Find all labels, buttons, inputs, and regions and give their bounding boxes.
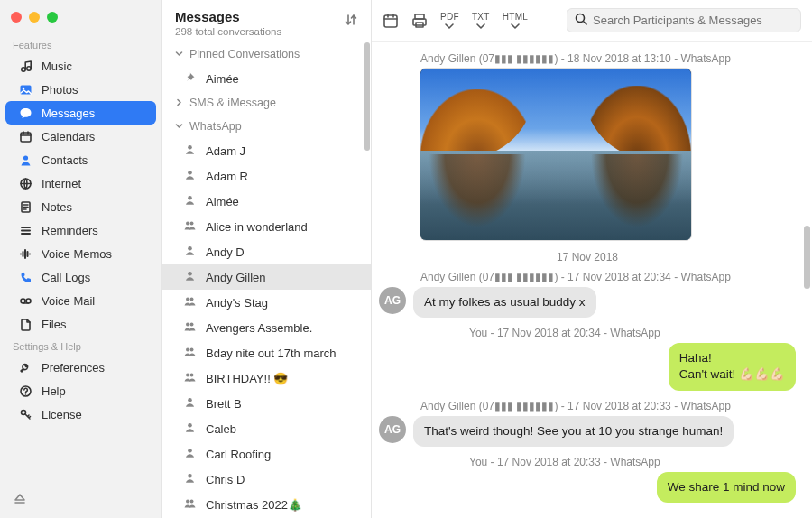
conversations-title: Messages [175, 9, 358, 24]
svg-point-32 [190, 500, 194, 504]
export-txt-button[interactable]: TXT [472, 12, 490, 30]
conversation-group-label: Pinned Conversations [189, 48, 300, 60]
svg-point-22 [190, 323, 194, 327]
message-bubble[interactable]: At my folkes as usual buddy x [413, 287, 596, 318]
sidebar-item-voice-mail[interactable]: Voice Mail [5, 289, 156, 312]
sidebar-item-preferences[interactable]: Preferences [5, 356, 156, 379]
message-bubble[interactable]: That's weird though! See you at 10 you s… [413, 416, 734, 447]
window-controls [0, 0, 161, 34]
conversation-item[interactable]: Aimée [162, 189, 371, 214]
conversations-list[interactable]: Pinned ConversationsAiméeSMS & iMessageW… [162, 42, 371, 518]
files-icon [18, 317, 32, 331]
sidebar-item-music[interactable]: Music [5, 54, 156, 78]
svg-point-16 [190, 222, 194, 226]
conversation-item[interactable]: Carl Roofing [162, 441, 371, 467]
conversation-item[interactable]: Alice in wonderland [162, 214, 371, 239]
sidebar-item-notes[interactable]: Notes [5, 195, 156, 218]
person-icon [182, 472, 197, 486]
search-input[interactable] [593, 14, 793, 27]
notes-icon [18, 199, 32, 214]
wrench-icon [18, 360, 32, 375]
date-divider: 17 Nov 2018 [379, 251, 796, 264]
sidebar-item-help[interactable]: Help [5, 379, 156, 402]
close-window-button[interactable] [11, 12, 22, 23]
search-box[interactable] [567, 8, 801, 32]
conversation-item[interactable]: Adam J [162, 138, 371, 163]
conversation-group-pinned[interactable]: Pinned Conversations [162, 42, 371, 66]
conversation-item[interactable]: Chris D [162, 467, 371, 492]
conversation-item[interactable]: Adam R [162, 163, 371, 189]
message-bubble[interactable]: We share 1 mind now [657, 472, 796, 503]
message-bubble[interactable]: Haha!Can't wait! 💪🏻💪🏻💪🏻 [669, 343, 796, 390]
person-icon [182, 245, 197, 259]
svg-point-29 [188, 449, 192, 453]
voice-mail-icon [18, 293, 32, 308]
conversation-item[interactable]: Caleb [162, 416, 371, 441]
conversation-item-label: Adam J [206, 144, 245, 158]
sidebar-item-label: Voice Mail [42, 294, 147, 308]
minimize-window-button[interactable] [29, 12, 40, 23]
svg-point-20 [190, 298, 194, 301]
scrollbar-thumb[interactable] [364, 42, 370, 151]
conversation-item-label: Andy D [206, 245, 245, 259]
svg-point-37 [577, 14, 585, 23]
sidebar-item-messages[interactable]: Messages [5, 101, 156, 125]
conversation-item[interactable]: Avengers Assemble. [162, 315, 371, 340]
eject-button[interactable] [0, 483, 161, 518]
sidebar-item-photos[interactable]: Photos [5, 78, 156, 101]
calendar-view-button[interactable] [383, 13, 399, 29]
conversation-group-sms[interactable]: SMS & iMessage [162, 91, 371, 115]
print-button[interactable] [411, 13, 428, 29]
sidebar-item-label: Voice Memos [42, 247, 147, 261]
avatar: AG [379, 287, 406, 314]
conversation-item-label: Aimée [206, 195, 239, 208]
conversation-item[interactable]: Andy's Stag [162, 290, 371, 315]
svg-point-28 [188, 423, 192, 428]
photos-icon [18, 82, 32, 97]
message-image[interactable] [420, 69, 691, 240]
license-icon [18, 407, 32, 421]
call-logs-icon [18, 270, 32, 284]
chat-scrollbar-thumb[interactable] [804, 226, 810, 289]
sidebar-item-internet[interactable]: Internet [5, 171, 156, 195]
calendar-icon [18, 129, 32, 143]
sidebar-item-license[interactable]: License [5, 402, 156, 426]
message-meta: You - 17 Nov 2018 at 20:34 - WhatsApp [469, 327, 796, 339]
sidebar-item-call-logs[interactable]: Call Logs [5, 265, 156, 289]
export-html-button[interactable]: HTML [503, 12, 528, 30]
sidebar-item-files[interactable]: Files [5, 312, 156, 336]
chat-transcript[interactable]: Andy Gillen (07▮▮▮ ▮▮▮▮▮▮) - 18 Nov 2018… [372, 42, 812, 518]
conversation-item[interactable]: Aimée [162, 66, 371, 91]
conversation-item[interactable]: BIRTHDAY!! 😎 [162, 365, 371, 391]
maximize-window-button[interactable] [47, 12, 58, 23]
search-icon [575, 13, 587, 28]
svg-point-13 [188, 171, 192, 175]
svg-point-25 [186, 374, 189, 377]
sidebar-item-reminders[interactable]: Reminders [5, 218, 156, 242]
conversations-header: Messages 298 total conversations [162, 0, 371, 42]
export-pdf-button[interactable]: PDF [440, 12, 459, 30]
svg-point-26 [190, 374, 194, 377]
conversation-item-label: Avengers Assemble. [206, 321, 312, 335]
conversation-item[interactable]: Brett B [162, 391, 371, 416]
conversation-item-label: Christmas 2022🎄 [206, 498, 302, 512]
conversation-item-label: Carl Roofing [206, 448, 271, 461]
sidebar-item-voice-memos[interactable]: Voice Memos [5, 242, 156, 265]
chevron-down-icon [175, 48, 184, 60]
group-icon [182, 497, 197, 512]
sidebar-item-label: Call Logs [42, 271, 147, 284]
conversation-group-label: SMS & iMessage [189, 97, 276, 109]
export-html-label: HTML [503, 12, 528, 22]
conversation-item[interactable]: Bday nite out 17th march [162, 340, 371, 365]
conversation-group-whatsapp[interactable]: WhatsApp [162, 115, 371, 138]
conversation-group-label: WhatsApp [189, 120, 242, 133]
conversation-item[interactable]: Andy Gillen [162, 264, 371, 290]
conversation-item[interactable]: Christmas 2022🎄 [162, 492, 371, 517]
sidebar-item-calendars[interactable]: Calendars [5, 125, 156, 148]
sort-button[interactable] [344, 13, 358, 30]
svg-rect-33 [384, 15, 397, 27]
person-icon [182, 270, 197, 284]
conversation-item[interactable]: Andy D [162, 239, 371, 264]
sidebar-item-contacts[interactable]: Contacts [5, 148, 156, 171]
person-icon [182, 396, 197, 411]
